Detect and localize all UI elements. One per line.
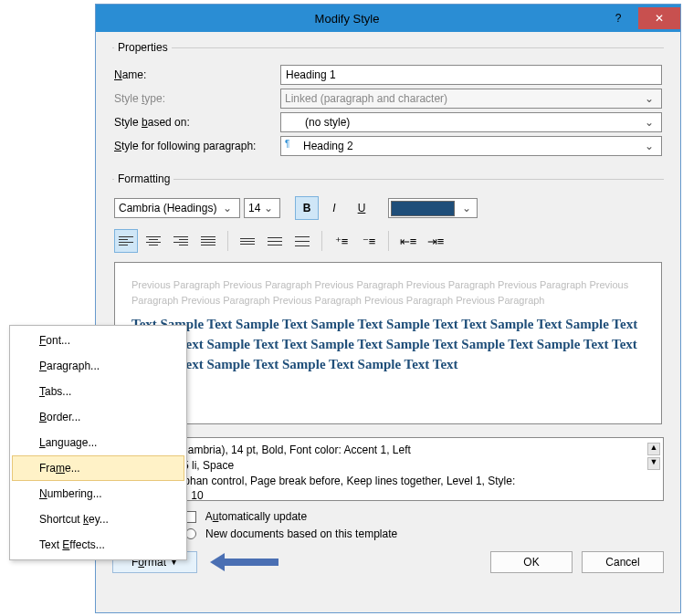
scroll-up-button[interactable]: ▲ — [647, 443, 660, 455]
close-button[interactable]: ✕ — [638, 7, 680, 29]
spacing-icon — [240, 238, 255, 245]
space-icon: ⁻≡ — [363, 235, 376, 248]
style-description: +Headings (Cambria), 14 pt, Bold, Font c… — [112, 437, 664, 501]
space-before-dec-button[interactable]: ⁻≡ — [357, 229, 381, 253]
spacing-1-button[interactable] — [236, 229, 259, 253]
formatting-legend: Formatting — [114, 172, 173, 185]
help-button[interactable]: ? — [598, 7, 638, 29]
space-icon: ⁺≡ — [335, 235, 349, 248]
auto-update-label: Automatically update — [205, 510, 307, 523]
menu-paragraph[interactable]: Paragraph... — [12, 353, 184, 379]
align-justify-button[interactable] — [196, 229, 220, 253]
basedon-label: Style based on: — [114, 116, 271, 129]
menu-language[interactable]: Language... — [12, 430, 184, 455]
align-center-button[interactable] — [142, 229, 165, 253]
indent-decrease-button[interactable]: ⇤≡ — [396, 229, 420, 253]
desc-line: +Headings (Cambria), 14 pt, Bold, Font c… — [121, 443, 656, 458]
basedon-dropdown[interactable]: (no style) ⌄ — [280, 112, 662, 132]
style-preview: Previous Paragraph Previous Paragraph Pr… — [114, 262, 662, 424]
menu-frame[interactable]: Frame... — [12, 455, 184, 481]
menu-shortcut-key[interactable]: Shortcut key... — [12, 506, 184, 532]
annotation-arrow — [210, 553, 283, 571]
align-left-icon — [119, 236, 133, 245]
scroll-down-button[interactable]: ▼ — [647, 457, 660, 470]
menu-numbering[interactable]: Numbering... — [12, 481, 184, 506]
font-name-dropdown[interactable]: Cambria (Headings)⌄ — [114, 198, 240, 218]
indent-icon: ⇥≡ — [427, 235, 445, 248]
indent-increase-button[interactable]: ⇥≡ — [424, 229, 447, 253]
following-label: Style for following paragraph: — [114, 140, 271, 152]
desc-line: pt, Widow/Orphan control, Page break bef… — [121, 474, 656, 489]
preview-prev-paragraph: Previous Paragraph Previous Paragraph Pr… — [131, 277, 645, 308]
align-justify-icon — [201, 236, 215, 245]
chevron-down-icon: ⌄ — [641, 116, 657, 129]
properties-legend: Properties — [114, 41, 172, 54]
dialog-title: Modify Style — [96, 12, 598, 26]
align-right-button[interactable] — [169, 229, 193, 253]
format-menu: Font... Paragraph... Tabs... Border... L… — [9, 325, 187, 560]
space-before-inc-button[interactable]: ⁺≡ — [330, 229, 353, 253]
desc-line: : Multiple 1.15 li, Space — [121, 458, 656, 474]
menu-tabs[interactable]: Tabs... — [12, 379, 184, 404]
name-input[interactable] — [280, 65, 662, 85]
align-left-button[interactable] — [114, 229, 138, 253]
align-right-icon — [173, 236, 188, 245]
styletype-label: Style type: — [114, 92, 271, 105]
chevron-down-icon: ⌄ — [641, 92, 657, 105]
spacing-2-button[interactable] — [290, 229, 314, 253]
underline-button[interactable]: U — [350, 196, 373, 220]
menu-text-effects[interactable]: Text Effects... — [12, 532, 184, 558]
chevron-down-icon: ⌄ — [260, 202, 276, 214]
font-color-dropdown[interactable]: ⌄ — [388, 198, 478, 218]
properties-group: Properties Name: Style type: Linked (par… — [112, 41, 664, 163]
formatting-group: Formatting Cambria (Headings)⌄ 14⌄ B I U… — [112, 172, 664, 428]
styletype-dropdown: Linked (paragraph and character) ⌄ — [280, 89, 662, 109]
menu-border[interactable]: Border... — [12, 404, 184, 430]
outdent-icon: ⇤≡ — [400, 235, 417, 248]
preview-sample-text: Text Sample Text Sample Text Sample Text… — [131, 315, 645, 374]
cancel-button[interactable]: Cancel — [582, 551, 664, 573]
heading-icon — [285, 140, 299, 152]
spacing-15-button[interactable] — [263, 229, 287, 253]
chevron-down-icon: ⌄ — [458, 202, 475, 214]
color-swatch — [391, 201, 455, 216]
bold-button[interactable]: B — [295, 196, 319, 220]
ok-button[interactable]: OK — [490, 551, 573, 573]
italic-button[interactable]: I — [322, 196, 346, 220]
following-dropdown[interactable]: Heading 2 ⌄ — [280, 136, 662, 156]
chevron-down-icon: ⌄ — [219, 202, 236, 214]
spacing-icon — [295, 236, 310, 246]
name-label: Name: — [114, 68, 271, 81]
menu-font[interactable]: Font... — [12, 328, 184, 353]
desc-line: Style, Priority: 10 — [121, 488, 656, 504]
new-documents-label: New documents based on this template — [205, 527, 397, 540]
spacing-icon — [268, 237, 282, 245]
font-size-dropdown[interactable]: 14⌄ — [244, 198, 280, 218]
chevron-down-icon: ⌄ — [641, 140, 657, 152]
titlebar: Modify Style ? ✕ — [96, 5, 680, 32]
align-center-icon — [146, 236, 161, 245]
